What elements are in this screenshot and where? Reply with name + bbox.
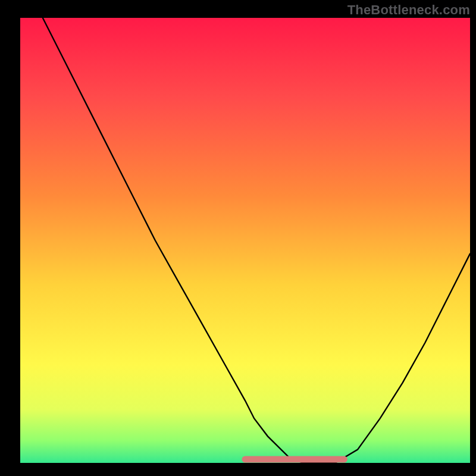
chart-root: TheBottleneck.com bbox=[0, 0, 476, 476]
bottleneck-chart bbox=[0, 0, 476, 476]
watermark-text: TheBottleneck.com bbox=[347, 2, 470, 18]
chart-plot-area bbox=[20, 18, 470, 463]
